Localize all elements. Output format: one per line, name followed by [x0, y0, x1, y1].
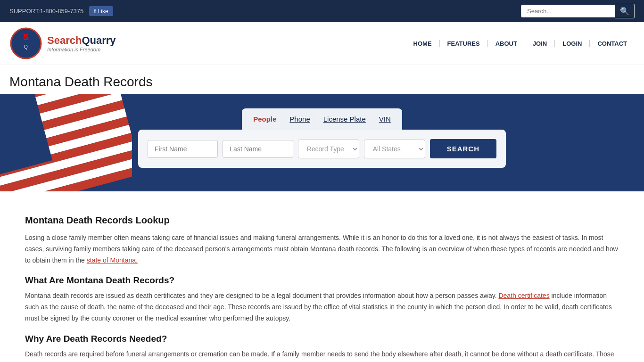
nav-bar: S Q SearchQuarry Information is Freedom …	[0, 22, 644, 65]
tab-license-plate[interactable]: License Plate	[322, 114, 368, 124]
search-icon: 🔍	[620, 7, 629, 15]
top-bar-left: SUPPORT:1-800-859-7375 f Like	[9, 6, 113, 16]
search-container: People Phone License Plate VIN Record Ty…	[138, 108, 506, 168]
logo-area: S Q SearchQuarry Information is Freedom	[9, 27, 116, 60]
nav-contact[interactable]: CONTACT	[590, 40, 635, 47]
page-title: Montana Death Records	[9, 74, 635, 90]
what-are-heading: What Are Montana Death Records?	[25, 275, 619, 286]
death-cert-link[interactable]: Death certificates	[498, 292, 549, 299]
search-box: Record Type Death Records Birth Records …	[138, 130, 506, 168]
page-title-area: Montana Death Records	[0, 65, 644, 94]
why-needed-paragraph: Death records are required before funera…	[25, 349, 619, 362]
top-search-button[interactable]: 🔍	[615, 4, 635, 18]
search-tabs: People Phone License Plate VIN	[242, 108, 402, 130]
what-are-paragraph: Montana death records are issued as deat…	[25, 290, 619, 324]
fb-icon: f	[94, 8, 96, 15]
last-name-input[interactable]	[223, 140, 293, 158]
tabs-wrapper: People Phone License Plate VIN	[138, 108, 506, 130]
logo-text: SearchQuarry Information is Freedom	[47, 34, 116, 52]
nav-links: HOME FEATURES ABOUT JOIN LOGIN CONTACT	[406, 40, 635, 47]
fb-like-label: Like	[98, 8, 108, 15]
top-search-input[interactable]	[521, 5, 615, 17]
tab-phone[interactable]: Phone	[288, 114, 312, 124]
hero-section: People Phone License Plate VIN Record Ty…	[0, 94, 644, 191]
svg-text:Q: Q	[24, 44, 28, 49]
svg-text:S: S	[23, 33, 29, 42]
nav-home[interactable]: HOME	[406, 40, 440, 47]
tab-people[interactable]: People	[251, 114, 278, 124]
fb-like-button[interactable]: f Like	[89, 6, 113, 16]
nav-about[interactable]: ABOUT	[488, 40, 525, 47]
tab-vin[interactable]: VIN	[377, 114, 393, 124]
logo-icon: S Q	[9, 27, 42, 60]
search-button[interactable]: SEARCH	[430, 139, 496, 158]
state-select[interactable]: All States Montana Alabama Alaska	[364, 140, 425, 158]
support-number: SUPPORT:1-800-859-7375	[9, 8, 83, 15]
nav-login[interactable]: LOGIN	[555, 40, 590, 47]
first-name-input[interactable]	[148, 140, 218, 158]
lookup-paragraph: Losing a close family member often means…	[25, 232, 619, 266]
lookup-heading: Montana Death Records Lookup	[25, 215, 619, 226]
top-bar: SUPPORT:1-800-859-7375 f Like 🔍	[0, 0, 644, 22]
state-link[interactable]: state of Montana.	[87, 256, 138, 264]
content-area: Montana Death Records Lookup Losing a cl…	[16, 191, 628, 362]
nav-features[interactable]: FEATURES	[440, 40, 488, 47]
hero-background	[0, 94, 132, 191]
record-type-select[interactable]: Record Type Death Records Birth Records …	[298, 140, 359, 158]
nav-join[interactable]: JOIN	[525, 40, 555, 47]
top-search-area: 🔍	[521, 4, 635, 18]
why-needed-heading: Why Are Death Records Needed?	[25, 334, 619, 344]
